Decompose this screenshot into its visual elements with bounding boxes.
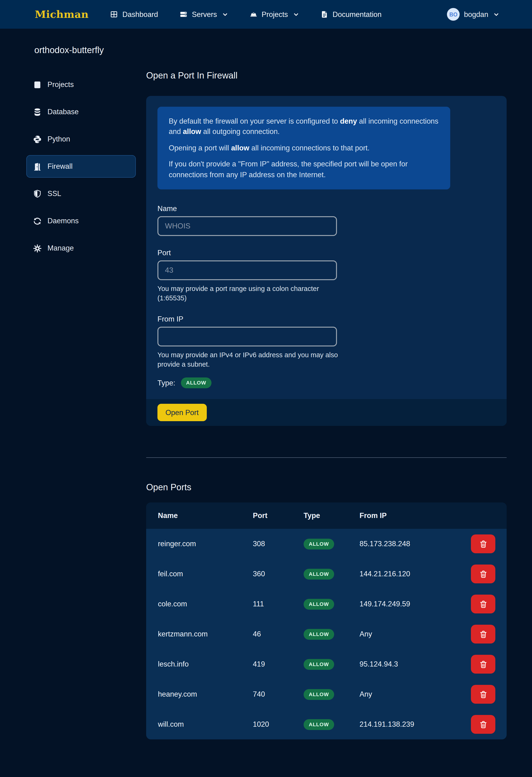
sidebar-item-database[interactable]: Database [26,101,136,123]
port-number-cell: 111 [253,600,304,608]
gear-icon [33,244,42,253]
trash-icon [479,690,488,699]
delete-port-button[interactable] [471,655,495,674]
info-paragraph: If you don't provide a "From IP" address… [169,159,439,180]
delete-port-button[interactable] [471,715,495,734]
section-divider [146,458,507,458]
nav-item-projects[interactable]: Projects [249,10,299,19]
port-type-cell: ALLOW [304,659,360,670]
from-ip-cell: 95.124.94.3 [360,660,471,669]
port-name-cell: kertzmann.com [158,630,253,639]
firewall-info-box: By default the firewall on your server i… [157,107,450,190]
brand-logo[interactable]: Michman [35,8,89,20]
rotate-icon [33,216,42,225]
table-row: heaney.com 740 ALLOW Any [146,679,507,709]
section-title-open-port: Open a Port In Firewall [146,71,507,81]
trash-icon [479,630,488,639]
allow-badge: ALLOW [304,719,334,730]
trash-icon [479,600,488,609]
trash-icon [479,540,488,549]
nav-item-label: Dashboard [122,10,158,19]
allow-badge: ALLOW [304,569,334,580]
column-header-port: Port [253,512,304,520]
open-port-button[interactable]: Open Port [157,404,207,421]
delete-port-button[interactable] [471,565,495,583]
port-helper-text: You may provide a port range using a col… [157,285,341,303]
from-ip-cell: Any [360,690,471,699]
open-ports-table: Name Port Type From IP reinger.com 308 A… [146,503,507,740]
allow-badge: ALLOW [304,539,334,550]
type-label: Type: [157,379,175,387]
user-menu[interactable]: BO bogdan [447,8,499,21]
main-content: Open a Port In Firewall By default the f… [146,71,507,740]
info-paragraph: By default the firewall on your server i… [169,116,439,137]
from-ip-cell: 149.174.249.59 [360,600,471,608]
type-allow-badge: ALLOW [181,377,212,388]
type-row: Type: ALLOW [157,377,495,388]
avatar: BO [447,8,460,21]
sidebar-item-python[interactable]: Python [26,128,136,150]
port-number-cell: 740 [253,690,304,699]
delete-port-button[interactable] [471,685,495,704]
sidebar-item-ssl[interactable]: SSL [26,183,136,205]
port-name-cell: lesch.info [158,660,253,669]
allow-badge: ALLOW [304,599,334,609]
sidebar-item-label: Python [47,135,70,143]
port-field-label: Port [157,249,495,257]
servers-icon [179,10,187,18]
user-name: bogdan [464,10,488,19]
hardhat-icon [249,10,257,18]
nav-item-label: Documentation [332,10,382,19]
delete-port-button[interactable] [471,595,495,614]
nav-item-servers[interactable]: Servers [179,10,228,19]
column-header-from-ip: From IP [360,512,471,520]
from-ip-cell: 144.21.216.120 [360,570,471,578]
from-ip-cell: 85.173.238.248 [360,540,471,548]
nav-item-documentation[interactable]: Documentation [320,10,382,19]
nav-item-label: Projects [262,10,288,19]
port-type-cell: ALLOW [304,539,360,550]
sidebar-item-projects[interactable]: Projects [26,73,136,96]
sidebar-nav: Projects Database Python [26,73,136,264]
port-type-cell: ALLOW [304,629,360,640]
port-number-cell: 46 [253,630,304,639]
sidebar-item-label: SSL [47,190,61,198]
chevron-down-icon [493,11,499,17]
table-row: lesch.info 419 ALLOW 95.124.94.3 [146,649,507,679]
name-input[interactable] [157,216,337,236]
chevron-down-icon [292,11,299,17]
sidebar-item-label: Manage [47,244,74,252]
from-ip-helper-text: You may provide an IPv4 or IPv6 address … [157,351,341,369]
sidebar-item-firewall[interactable]: Firewall [26,155,136,178]
allow-badge: ALLOW [304,629,334,640]
trash-icon [479,570,488,579]
port-number-cell: 419 [253,660,304,669]
from-ip-input[interactable] [157,327,337,346]
open-port-card: By default the firewall on your server i… [146,96,507,426]
sidebar-item-label: Projects [47,80,74,89]
sidebar-item-label: Daemons [47,217,79,225]
delete-port-button[interactable] [471,535,495,553]
square-icon [33,80,42,89]
port-name-cell: cole.com [158,600,253,608]
nav-item-label: Servers [192,10,217,19]
sidebar-item-label: Database [47,108,79,116]
port-type-cell: ALLOW [304,689,360,700]
sidebar-item-manage[interactable]: Manage [26,237,136,259]
nav-item-dashboard[interactable]: Dashboard [110,10,158,19]
sidebar-item-daemons[interactable]: Daemons [26,210,136,232]
table-row: cole.com 111 ALLOW 149.174.249.59 [146,589,507,619]
table-row: kertzmann.com 46 ALLOW Any [146,619,507,649]
info-paragraph: Opening a port will allow all incoming c… [169,143,439,153]
from-ip-field-label: From IP [157,315,495,323]
app-root: Michman Dashboard Servers [0,0,532,777]
trash-icon [479,720,488,729]
table-row: reinger.com 308 ALLOW 85.173.238.248 [146,529,507,559]
column-header-type: Type [304,512,360,520]
port-input[interactable] [157,261,337,281]
chevron-down-icon [221,11,228,17]
delete-port-button[interactable] [471,625,495,644]
port-name-cell: will.com [158,720,253,729]
allow-badge: ALLOW [304,659,334,670]
table-row: feil.com 360 ALLOW 144.21.216.120 [146,559,507,589]
